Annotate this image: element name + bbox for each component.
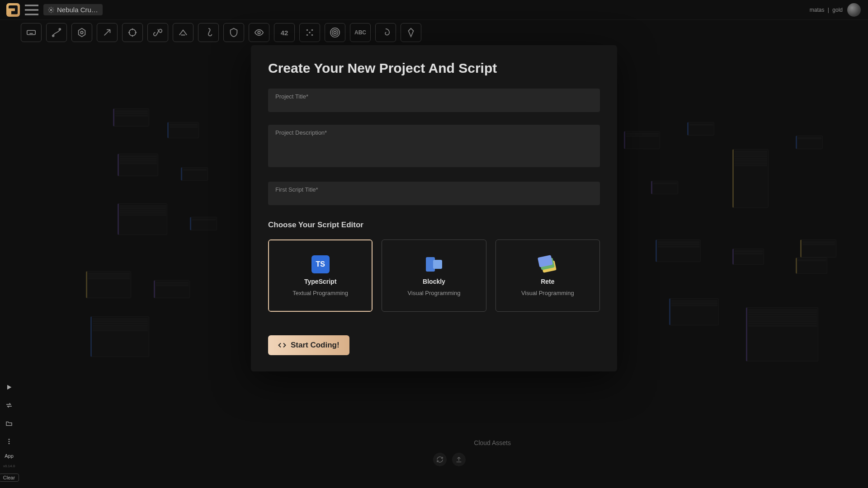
start-coding-button[interactable]: Start Coding! xyxy=(268,335,349,355)
editor-grid: TS TypeScript Textual Programming Blockl… xyxy=(268,239,600,312)
editor-title: Blockly xyxy=(423,278,445,285)
project-desc-input[interactable] xyxy=(268,125,600,167)
typescript-icon: TS xyxy=(311,255,330,273)
editor-title: Rete xyxy=(541,278,554,285)
rete-icon xyxy=(538,255,557,273)
editor-card-rete[interactable]: Rete Visual Programming xyxy=(495,239,600,312)
project-title-field: Project Title* xyxy=(268,89,600,112)
code-icon xyxy=(278,341,286,349)
project-title-input[interactable] xyxy=(268,89,600,112)
project-desc-field: Project Description* xyxy=(268,125,600,169)
editor-sub: Visual Programming xyxy=(408,290,461,296)
blockly-icon xyxy=(425,255,443,273)
script-title-field: First Script Title* xyxy=(268,182,600,205)
editor-card-blockly[interactable]: Blockly Visual Programming xyxy=(382,239,486,312)
editor-card-typescript[interactable]: TS TypeScript Textual Programming xyxy=(268,239,373,312)
editor-title: TypeScript xyxy=(304,278,336,285)
editor-section-label: Choose Your Script Editor xyxy=(268,221,600,230)
start-coding-label: Start Coding! xyxy=(291,341,340,350)
create-project-modal: Create Your New Project And Script Proje… xyxy=(251,45,617,371)
editor-sub: Visual Programming xyxy=(521,290,574,296)
modal-backdrop: Create Your New Project And Script Proje… xyxy=(0,0,868,488)
script-title-input[interactable] xyxy=(268,182,600,205)
modal-title: Create Your New Project And Script xyxy=(268,61,600,76)
editor-sub: Textual Programming xyxy=(292,290,348,296)
